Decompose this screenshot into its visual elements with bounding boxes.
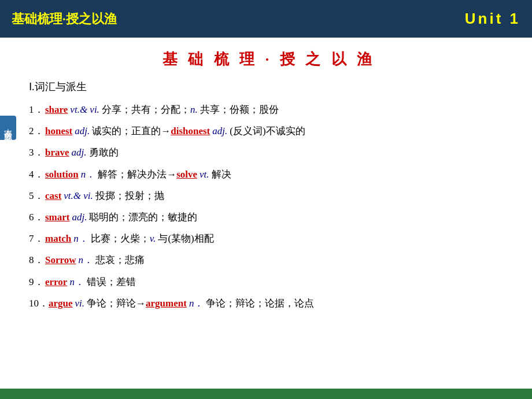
pos-3: adj. [72,145,87,160]
item-number: 2． [29,123,45,139]
list-item: 1． share vt.& vi. 分享；共有；分配； n. 共享；份额；股份 [29,102,509,117]
pos-10: vi. [75,295,85,311]
page-title: 基 础 梳 理 · 授 之 以 渔 [29,49,509,69]
keyword-solution: solution [45,167,79,182]
vocab-list: 1． share vt.& vi. 分享；共有；分配； n. 共享；份额；股份 … [29,102,509,311]
def-1: 分享；共有；分配； [102,102,190,117]
def-10: 争论；辩论→ [87,295,146,311]
list-item: 7． match n． 比赛；火柴； v. 与(某物)相配 [29,231,509,246]
pos-2: adj. [75,123,90,139]
def-2b: (反义词)不诚实的 [230,123,305,139]
def-4b: 解决 [212,167,231,182]
pos-1b: n. [190,102,198,117]
def-10b: 争论；辩论；论据，论点 [206,295,314,311]
pos-4b: vt. [200,167,209,182]
keyword-error: error [45,274,67,290]
item-number: 1． [29,102,45,117]
list-item: 3． brave adj. 勇敢的 [29,145,509,160]
list-item: 6． smart adj. 聪明的；漂亮的；敏捷的 [29,209,509,225]
keyword-cast: cast [45,188,61,204]
item-number: 9． [29,274,45,290]
keyword-solve: solve [176,167,197,182]
list-item: 4． solution n． 解答；解决办法→ solve vt. 解决 [29,167,509,182]
list-item: 5． cast vt.& vi. 投掷；投射；抛 [29,188,509,204]
side-tab-label: 本课范围开关 [3,123,12,133]
keyword-match: match [45,231,71,246]
pos-7: n． [73,231,88,246]
def-1b: 共享；份额；股份 [200,102,279,117]
keyword-honest: honest [45,123,72,139]
keyword-smart: smart [45,209,69,225]
keyword-brave: brave [45,145,69,160]
item-number: 6． [29,209,45,225]
list-item: 2． honest adj. 诚实的；正直的→ dishonest adj. (… [29,123,509,139]
keyword-sorrow: Sorrow [45,252,76,268]
main-content: 基 础 梳 理 · 授 之 以 渔 Ⅰ.词汇与派生 1． share vt.& … [0,38,532,328]
pos-9: n． [69,274,84,290]
header-title-right: Unit 1 [465,10,520,28]
def-5: 投掷；投射；抛 [95,188,164,204]
def-6: 聪明的；漂亮的；敏捷的 [89,209,197,225]
keyword-dishonest: dishonest [171,123,210,139]
pos-7b: v. [150,231,156,246]
keyword-argue: argue [49,295,73,311]
def-7b: 与(某物)相配 [158,231,213,246]
def-2: 诚实的；正直的→ [92,123,171,139]
pos-10b: n． [189,295,204,311]
def-4: 解答；解决办法→ [98,167,176,182]
pos-5: vt.& vi. [64,188,93,204]
def-9: 错误；差错 [87,274,136,290]
header-bar: 基础梳理·授之以渔 Unit 1 [0,0,532,38]
item-number: 7． [29,231,45,246]
item-number: 3． [29,145,45,160]
pos-2b: adj. [212,123,227,139]
item-number: 8． [29,252,45,268]
section-heading: Ⅰ.词汇与派生 [29,80,509,94]
item-number: 5． [29,188,45,204]
list-item: 9． error n． 错误；差错 [29,274,509,290]
item-number: 4． [29,167,45,182]
item-number: 10． [29,295,49,311]
keyword-share: share [45,102,68,117]
def-3: 勇敢的 [89,145,119,160]
pos-1: vt.& vi. [70,102,99,117]
keyword-argument: argument [146,295,187,311]
pos-4: n． [81,167,96,182]
def-8: 悲哀；悲痛 [95,252,145,268]
list-item: 10． argue vi. 争论；辩论→ argument n． 争论；辩论；论… [29,295,509,311]
side-tab[interactable]: 本课范围开关 [0,116,16,140]
pos-6: adj. [72,209,87,225]
bottom-bar [0,389,532,399]
def-7: 比赛；火柴； [91,231,150,246]
pos-8: n． [79,252,94,268]
header-title-left: 基础梳理·授之以渔 [12,10,117,28]
list-item: 8． Sorrow n． 悲哀；悲痛 [29,252,509,268]
